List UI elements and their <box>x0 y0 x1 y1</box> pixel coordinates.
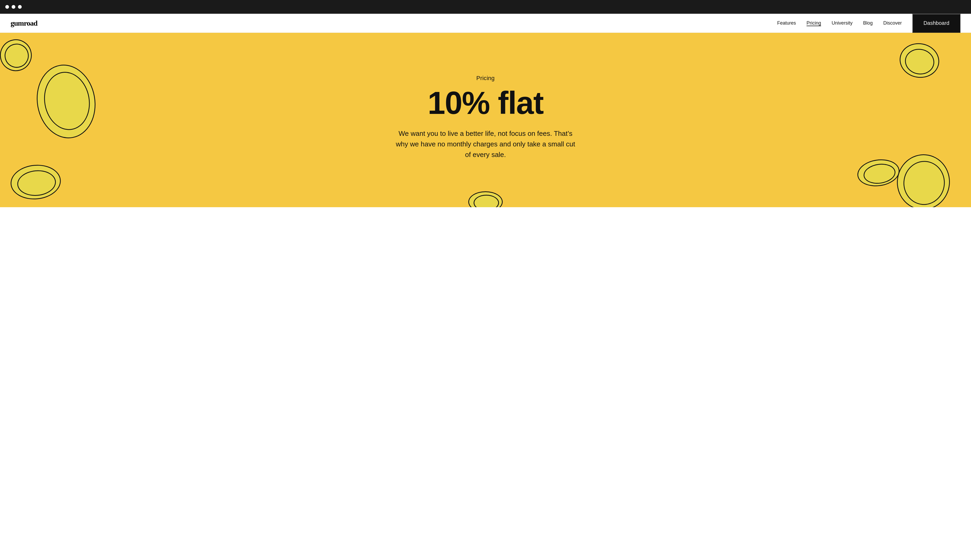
navbar: Gumroad Features Pricing University Blog… <box>0 14 971 33</box>
coin-decoration-bottom-center <box>468 191 503 207</box>
hero-subtitle: We want you to live a better life, not f… <box>393 128 578 160</box>
hero-title: 10% flat <box>428 87 543 119</box>
hero-section: Pricing 10% flat We want you to live a b… <box>0 33 971 207</box>
nav-link-discover[interactable]: Discover <box>883 20 902 26</box>
browser-dot-1 <box>5 5 9 9</box>
nav-item-university[interactable]: University <box>832 20 852 26</box>
coin-decoration-top-left-large <box>31 60 101 143</box>
navbar-right: Dashboard <box>902 14 961 33</box>
coin-decoration-bottom-left <box>9 163 62 202</box>
nav-link-blog[interactable]: Blog <box>863 20 872 26</box>
coin-decoration-bottom-right-small <box>856 157 901 189</box>
browser-chrome <box>0 0 971 14</box>
nav-link-pricing[interactable]: Pricing <box>807 20 821 26</box>
hero-label: Pricing <box>476 75 495 82</box>
site-logo[interactable]: Gumroad <box>10 19 37 27</box>
nav-links: Features Pricing University Blog Discove… <box>777 20 902 26</box>
hero-content: Pricing 10% flat We want you to live a b… <box>393 75 578 160</box>
coin-decoration-top-left-small <box>0 36 35 75</box>
browser-dot-2 <box>12 5 15 9</box>
nav-link-university[interactable]: University <box>832 20 852 26</box>
nav-item-pricing[interactable]: Pricing <box>807 20 821 26</box>
nav-item-blog[interactable]: Blog <box>863 20 872 26</box>
nav-item-discover[interactable]: Discover <box>883 20 902 26</box>
nav-item-features[interactable]: Features <box>777 20 796 26</box>
coin-decoration-top-right <box>897 40 942 81</box>
browser-dot-3 <box>18 5 22 9</box>
dashboard-button[interactable]: Dashboard <box>912 14 961 33</box>
coin-decoration-bottom-right-large <box>894 152 952 207</box>
nav-link-features[interactable]: Features <box>777 20 796 26</box>
